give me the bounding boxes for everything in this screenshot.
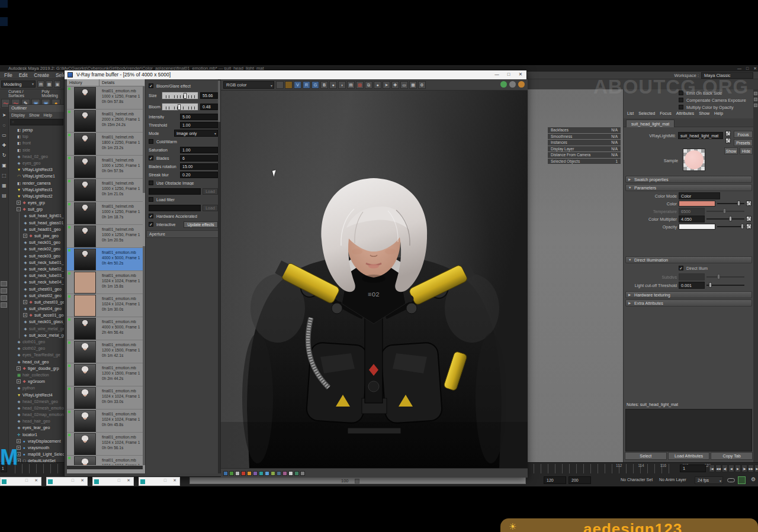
outliner-item[interactable]: ◈ suit_neck02_geo (9, 246, 65, 252)
vfb-toolbar-icon[interactable]: ▦ (409, 81, 417, 89)
outliner-item[interactable]: ◈ suit_chest02_geo (9, 292, 65, 299)
file-icon[interactable]: ▣ (54, 80, 61, 88)
direct-illum-checkbox[interactable]: ✓ (679, 266, 683, 270)
minimized-window-bar[interactable]: □ ✕ (92, 477, 134, 486)
focus-button[interactable]: Focus (734, 131, 753, 138)
section-hardware-texturing[interactable]: Hardware texturing (625, 291, 752, 298)
outliner-item[interactable]: ◈ suit_chest04_geo (9, 305, 65, 312)
range-start-field[interactable]: 120 (544, 476, 566, 484)
ae-footer-button[interactable]: Copy Tab (711, 452, 753, 460)
vfb-mini-icon[interactable] (223, 471, 228, 476)
vfb-toolbar-icon[interactable]: ✚ (391, 81, 399, 89)
outliner-item[interactable]: ▦ hair_collection (9, 372, 65, 378)
outliner-item[interactable]: + ❖ tiger_doodle_grp (9, 365, 65, 372)
hide-button[interactable]: Hide (740, 147, 753, 154)
vfb-mini-icon[interactable] (277, 471, 281, 476)
channel-box-tab-icon[interactable] (754, 104, 757, 107)
history-row[interactable]: final01_helmet.mb 1000 x 1250, Frame 1 0… (67, 179, 145, 202)
minimized-window-bar[interactable]: □ ✕ (46, 477, 88, 486)
expand-toggle-icon[interactable]: + (17, 366, 21, 370)
history-row[interactable]: final01_emotion.mb 1200 x 1500, Frame 1 … (67, 363, 145, 386)
scrollbar-thumb[interactable] (143, 193, 145, 246)
minimized-window-bar[interactable]: □ ✕ (139, 477, 180, 486)
section-extra-attributes[interactable]: Extra Attributes (625, 299, 752, 307)
outliner-item[interactable]: ◧ persp (9, 127, 65, 133)
render-icon[interactable] (518, 81, 525, 88)
vfb-mini-icon[interactable] (288, 471, 293, 476)
tool-icon[interactable]: ▤ (1, 192, 8, 199)
vfb-toolbar-icon[interactable]: V (294, 81, 301, 89)
saturation-value[interactable]: 1.00 (180, 147, 218, 153)
outliner-item[interactable]: ◈ head_02map_emotion (9, 411, 65, 418)
vfb-toolbar-icon[interactable]: G (311, 81, 319, 89)
outliner-item[interactable]: ◈ suit_neck01_glass_g (9, 318, 65, 325)
viewport-panel[interactable]: Backfaces N/A Smoothness N/A Instances N… (527, 89, 623, 462)
shelf-tab[interactable]: Curves / Surfaces (8, 89, 38, 98)
outliner-item[interactable]: ▼ VRayLightRect4 (9, 392, 65, 398)
vfb-mini-icon[interactable] (241, 471, 246, 476)
streak-blur-value[interactable]: 0.20 (180, 172, 218, 178)
history-row[interactable]: final01_emotion.mb 4000 x 5000, Frame 1 … (67, 317, 145, 340)
vfb-titlebar[interactable]: V-Ray frame buffer - [25% of 4000 x 5000… (65, 70, 526, 79)
outliner-item[interactable]: ▼ VRayLightRect1 (9, 186, 65, 193)
coldwarm-checkbox[interactable] (149, 139, 153, 144)
history-row[interactable]: final01_emotion.mb 1024 x 1024, Frame 1 … (67, 433, 145, 456)
outliner-item[interactable]: ◧ side (9, 147, 65, 153)
render-thumbnail[interactable] (74, 87, 96, 109)
outliner-item[interactable]: ◈ cloth02_geo (9, 345, 65, 352)
vfb-toolbar-icon[interactable]: ⧉ (365, 81, 372, 89)
vfb-toolbar-icon[interactable]: ▤ (347, 81, 355, 89)
hardware-checkbox[interactable]: ✓ (149, 214, 153, 218)
render-thumbnail[interactable] (74, 110, 96, 132)
playback-button[interactable]: ◀ (728, 465, 734, 472)
outliner-item[interactable]: + ❖ xgGroom (9, 378, 65, 385)
light-cutoff-field[interactable]: 0.001 (679, 282, 705, 289)
obstacle-checkbox[interactable] (149, 180, 153, 185)
mode-dropdown[interactable]: Image only (174, 130, 218, 137)
menu-item[interactable]: Create (34, 72, 49, 78)
bloom-scrollbar[interactable] (218, 79, 220, 473)
render-thumbnail[interactable] (74, 456, 96, 465)
vfb-mini-icon[interactable] (247, 471, 252, 476)
outliner-item[interactable]: + ❖ suit_acce01_geo (9, 312, 65, 318)
vfb-toolbar-icon[interactable]: ◗ (338, 81, 346, 89)
vfb-mini-icon[interactable] (235, 471, 240, 476)
history-row[interactable]: final01_helmet.mb 2000 x 2500, Frame 1 0… (67, 109, 145, 133)
vfb-mini-icon[interactable] (229, 471, 234, 476)
close-icon[interactable]: ✕ (127, 478, 130, 483)
vfb-mini-icon[interactable] (300, 471, 305, 476)
outliner-item[interactable]: ◈ head_02mesh_geo (9, 398, 65, 405)
shelf-tab[interactable]: Poly Modeling (41, 89, 65, 98)
outliner-item[interactable]: ◈ suit_head_glass01_g (9, 220, 65, 226)
range-end-field[interactable]: 200 (568, 476, 591, 484)
color-mode-dropdown[interactable]: Color (679, 192, 720, 199)
filter-path-input[interactable] (149, 205, 201, 211)
outliner-item[interactable]: ◈ suit_head01_geo (9, 226, 65, 233)
history-row[interactable]: final01_emotion.mb 4000 x 5000, Frame 1 … (67, 248, 145, 271)
bloom-enable-checkbox[interactable]: ✓ (149, 83, 153, 88)
obstacle-load-button[interactable]: Load (203, 188, 218, 195)
color-swatch[interactable] (679, 201, 715, 207)
outliner-item[interactable]: + ❖ eyes_grp (9, 199, 65, 206)
vfb-mini-icon[interactable] (265, 471, 269, 476)
outliner-item[interactable]: ◈ eyes_tear_geo (9, 424, 65, 431)
playback-button[interactable]: ▶| (754, 465, 758, 472)
vfb-close-button[interactable]: ✕ (515, 70, 526, 79)
ae-menu-item[interactable]: Show (699, 111, 709, 116)
expand-toggle-icon[interactable]: + (17, 201, 21, 205)
expand-toggle-icon[interactable]: + (17, 439, 21, 443)
blades-checkbox[interactable]: ✓ (149, 156, 153, 160)
outliner-item[interactable]: + ❖ suit_jaw_geo (9, 233, 65, 239)
outliner-item[interactable]: ◈ suit_neck_tube02_g (9, 266, 65, 272)
vfb-toolbar-icon[interactable]: B (320, 81, 328, 89)
color-texture-icon[interactable] (746, 201, 751, 206)
outliner-menu-item[interactable]: Show (29, 113, 40, 117)
ae-footer-button[interactable]: Select (625, 452, 667, 460)
render-thumbnail[interactable] (74, 249, 96, 270)
vfb-toolbar-icon[interactable]: ● (374, 81, 381, 89)
close-icon[interactable]: ✕ (173, 478, 176, 483)
opacity-swatch[interactable] (679, 224, 715, 230)
light-cutoff-slider[interactable] (706, 282, 744, 288)
render-thumbnail[interactable] (74, 410, 96, 432)
history-row[interactable]: final01_emotion.mb 1024 x 1024, Frame 1 … (67, 294, 145, 317)
